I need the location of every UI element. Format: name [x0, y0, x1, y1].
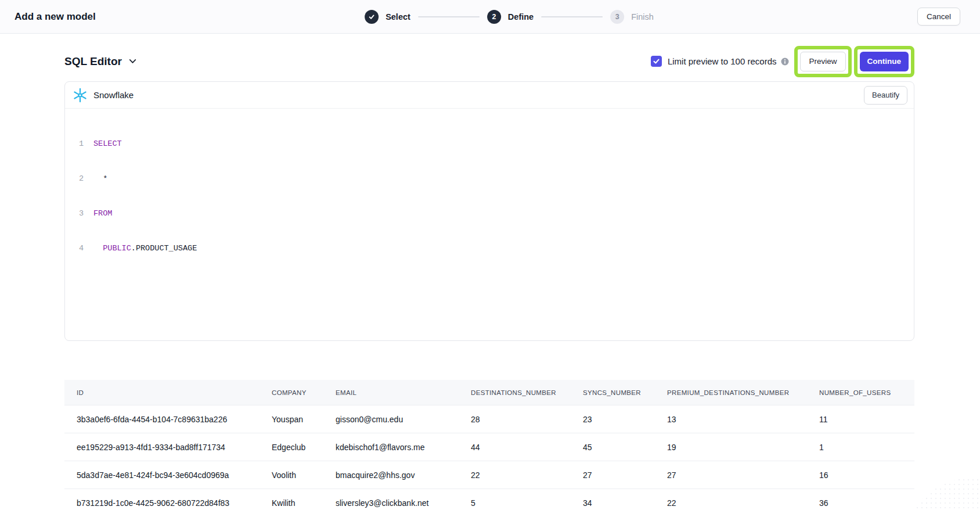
page-title: Add a new model: [15, 11, 96, 23]
cell-company: Youspan: [260, 415, 323, 424]
line-number: 2: [73, 173, 84, 185]
step-done-circle: [365, 10, 379, 24]
info-icon[interactable]: [781, 58, 789, 66]
cell-company: Kwilith: [260, 498, 323, 508]
cell-destinations-number: 22: [459, 471, 571, 480]
code-line: 1SELECT: [73, 138, 914, 150]
code-line: 4 PUBLIC.PRODUCT_USAGE: [73, 243, 914, 254]
sql-keyword: SELECT: [93, 139, 122, 148]
preview-button[interactable]: Preview: [800, 52, 845, 71]
table-header-row: ID COMPANY EMAIL DESTINATIONS_NUMBER SYN…: [64, 380, 914, 405]
table-row: 5da3d7ae-4e81-424f-bc94-3e604cd0969a Voo…: [64, 461, 914, 489]
step-number-circle: 2: [487, 10, 501, 24]
step-label-select: Select: [385, 12, 410, 21]
cell-number-of-users: 1: [807, 443, 914, 452]
stepper: Select 2 Define 3 Finish: [365, 10, 654, 24]
sql-keyword: PUBLIC: [93, 244, 131, 253]
code-line: 3FROM: [73, 208, 914, 220]
line-number: 1: [73, 138, 84, 150]
table-row: 3b3a0ef6-6fda-4454-b104-7c89631ba226 You…: [64, 405, 914, 433]
checkbox-check-icon: [653, 58, 660, 65]
column-header-premium-destinations-number: PREMIUM_DESTINATIONS_NUMBER: [655, 389, 807, 396]
stepper-connector: [541, 16, 603, 17]
chevron-down-icon: [128, 56, 138, 66]
column-header-company: COMPANY: [260, 389, 323, 396]
source-name: Snowflake: [93, 90, 134, 100]
cell-email: gisson0@cmu.edu: [323, 415, 459, 424]
cancel-button[interactable]: Cancel: [917, 8, 960, 26]
column-header-syncs-number: SYNCS_NUMBER: [571, 389, 655, 396]
cell-email: sliversley3@clickbank.net: [323, 498, 459, 508]
cell-premium-destinations-number: 27: [655, 471, 807, 480]
cell-destinations-number: 5: [459, 498, 571, 508]
stepper-step-select[interactable]: Select: [365, 10, 410, 24]
beautify-button[interactable]: Beautify: [864, 86, 907, 105]
cell-premium-destinations-number: 19: [655, 443, 807, 452]
sql-text: *: [93, 174, 107, 183]
cell-destinations-number: 44: [459, 443, 571, 452]
check-icon: [368, 13, 375, 20]
code-line: 2 *: [73, 173, 914, 185]
limit-preview-label: Limit preview to 100 records: [668, 56, 777, 66]
limit-preview-checkbox[interactable]: [651, 56, 662, 67]
cell-number-of-users: 11: [807, 415, 914, 424]
sql-code-editor[interactable]: 1SELECT 2 * 3FROM 4 PUBLIC.PRODUCT_USAGE: [65, 109, 914, 278]
source-info: Snowflake: [73, 88, 134, 103]
cell-email: bmacquire2@hhs.gov: [323, 471, 459, 480]
sql-editor-panel: Snowflake Beautify 1SELECT 2 * 3FROM 4 P…: [64, 81, 914, 341]
sql-editor-dropdown-label: SQL Editor: [64, 55, 122, 68]
continue-button-highlight: Continue: [854, 46, 915, 77]
cell-syncs-number: 34: [571, 498, 655, 508]
cell-email: kdebischof1@flavors.me: [323, 443, 459, 452]
column-header-destinations-number: DESTINATIONS_NUMBER: [459, 389, 571, 396]
cell-syncs-number: 23: [571, 415, 655, 424]
preview-results-table: ID COMPANY EMAIL DESTINATIONS_NUMBER SYN…: [64, 380, 914, 510]
cell-syncs-number: 45: [571, 443, 655, 452]
cell-id: ee195229-a913-4fd1-9334-bad8ff171734: [64, 443, 260, 452]
cell-company: Edgeclub: [260, 443, 323, 452]
source-header: Snowflake Beautify: [65, 82, 914, 109]
line-number: 3: [73, 208, 84, 220]
line-number: 4: [73, 243, 84, 254]
cell-destinations-number: 28: [459, 415, 571, 424]
step-label-finish: Finish: [631, 12, 654, 21]
preview-button-highlight: Preview: [794, 46, 851, 77]
sql-text: .PRODUCT_USAGE: [131, 244, 197, 253]
sql-keyword: FROM: [93, 209, 112, 218]
cell-syncs-number: 27: [571, 471, 655, 480]
stepper-connector: [418, 16, 480, 17]
step-number-circle: 3: [610, 10, 624, 24]
top-header: Add a new model Select 2 Define 3 Finish…: [0, 0, 980, 34]
stepper-step-define[interactable]: 2 Define: [487, 10, 534, 24]
table-row: b731219d-1c0e-4425-9062-680722d84f83 Kwi…: [64, 489, 914, 510]
sql-editor-dropdown[interactable]: SQL Editor: [64, 55, 138, 68]
continue-button[interactable]: Continue: [860, 52, 909, 71]
cell-premium-destinations-number: 13: [655, 415, 807, 424]
toolbar-actions: Limit preview to 100 records Preview Con…: [651, 46, 914, 77]
step-label-define: Define: [508, 12, 534, 21]
stepper-step-finish[interactable]: 3 Finish: [610, 10, 654, 24]
cell-company: Voolith: [260, 471, 323, 480]
column-header-id: ID: [64, 389, 260, 396]
cell-id: b731219d-1c0e-4425-9062-680722d84f83: [64, 498, 260, 508]
cell-number-of-users: 36: [807, 498, 914, 508]
cell-id: 5da3d7ae-4e81-424f-bc94-3e604cd0969a: [64, 471, 260, 480]
table-row: ee195229-a913-4fd1-9334-bad8ff171734 Edg…: [64, 433, 914, 461]
column-header-number-of-users: NUMBER_OF_USERS: [807, 389, 914, 396]
column-header-email: EMAIL: [323, 389, 459, 396]
cell-id: 3b3a0ef6-6fda-4454-b104-7c89631ba226: [64, 415, 260, 424]
cell-number-of-users: 16: [807, 471, 914, 480]
snowflake-icon: [73, 88, 88, 103]
editor-toolbar: SQL Editor Limit preview to 100 records …: [64, 45, 914, 77]
cell-premium-destinations-number: 22: [655, 498, 807, 508]
